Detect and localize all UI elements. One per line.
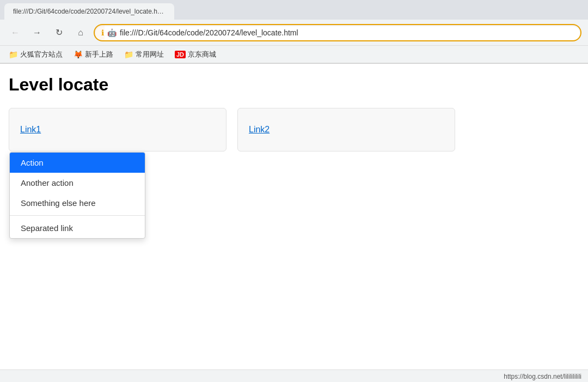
- forward-icon: →: [33, 28, 41, 38]
- card2: Link2: [237, 108, 455, 151]
- page-title: Level locate: [9, 75, 579, 95]
- address-bar[interactable]: ℹ 🤖 file:///D:/Git/64code/code/20200724/…: [94, 24, 581, 41]
- bookmark-label: 火狐官方站点: [20, 50, 63, 59]
- bookmark-beginners[interactable]: 🦊 新手上路: [69, 47, 118, 62]
- folder-icon: 📁: [9, 50, 18, 59]
- dropdown-item-separated-link[interactable]: Separated link: [10, 218, 145, 238]
- link2[interactable]: Link2: [249, 125, 270, 135]
- dropdown-menu: Action Another action Something else her…: [9, 152, 145, 239]
- info-icon: ℹ: [101, 28, 104, 37]
- cards-row: Link1 Action Another action Something el…: [9, 108, 579, 151]
- robot-icon: 🤖: [107, 28, 117, 37]
- dropdown-divider: [10, 215, 145, 216]
- link1[interactable]: Link1: [20, 125, 41, 135]
- dropdown-item-action[interactable]: Action: [10, 153, 145, 173]
- active-tab[interactable]: file:///D:/Git/64code/code/20200724/leve…: [4, 3, 174, 20]
- forward-button[interactable]: →: [28, 24, 46, 41]
- back-button[interactable]: ←: [7, 24, 24, 41]
- refresh-icon: ↻: [56, 27, 63, 38]
- firefox-icon: 🦊: [74, 50, 83, 59]
- address-text: file:///D:/Git/64code/code/20200724/leve…: [120, 28, 298, 37]
- tab-label: file:///D:/Git/64code/code/20200724/leve…: [13, 8, 166, 15]
- browser-chrome: file:///D:/Git/64code/code/20200724/leve…: [0, 0, 588, 64]
- bookmark-label: 京东商城: [188, 50, 216, 59]
- status-bar: https://blog.csdn.net/lililililili: [0, 369, 588, 382]
- tab-bar: file:///D:/Git/64code/code/20200724/leve…: [0, 0, 588, 20]
- home-button[interactable]: ⌂: [72, 24, 89, 41]
- bookmark-jd[interactable]: JD 京东商城: [170, 47, 220, 62]
- back-icon: ←: [11, 28, 20, 38]
- dropdown-item-another-action[interactable]: Another action: [10, 173, 145, 193]
- page-content: Level locate Link1 Action Another action…: [0, 64, 588, 382]
- card1: Link1 Action Another action Something el…: [9, 108, 226, 151]
- jd-icon: JD: [175, 51, 186, 58]
- folder-icon: 📁: [124, 50, 133, 59]
- nav-bar: ← → ↻ ⌂ ℹ 🤖 file:///D:/Git/64code/code/2…: [0, 20, 588, 46]
- bookmark-label: 常用网址: [136, 50, 164, 59]
- dropdown-item-something-else[interactable]: Something else here: [10, 193, 145, 213]
- bookmark-firefox-sites[interactable]: 📁 火狐官方站点: [4, 47, 67, 62]
- refresh-button[interactable]: ↻: [50, 24, 68, 41]
- bookmarks-bar: 📁 火狐官方站点 🦊 新手上路 📁 常用网址 JD 京东商城: [0, 46, 588, 63]
- status-url: https://blog.csdn.net/lililililili: [504, 373, 581, 380]
- bookmark-common-urls[interactable]: 📁 常用网址: [120, 47, 168, 62]
- home-icon: ⌂: [78, 28, 83, 38]
- bookmark-label: 新手上路: [85, 50, 113, 59]
